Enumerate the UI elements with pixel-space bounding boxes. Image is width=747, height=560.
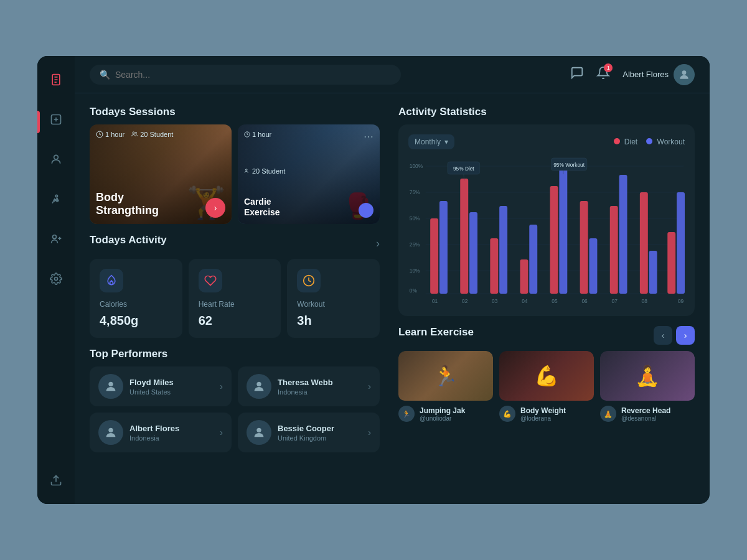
session-card-overlay: 1 hour 20 Student BodyStrangthing bbox=[90, 124, 232, 224]
main-content: 🔍 1 Albert Flores bbox=[75, 56, 710, 504]
sidebar-item-add-user[interactable] bbox=[45, 228, 67, 250]
message-button[interactable] bbox=[570, 66, 584, 83]
exercise-card-reverce[interactable]: 🧘 🧘 Reverce Head @desanonal bbox=[600, 351, 695, 422]
svg-text:04: 04 bbox=[522, 298, 527, 304]
svg-rect-46 bbox=[520, 259, 528, 294]
exercise-card-bodyweight[interactable]: 💪 💪 Body Weight @loderana bbox=[499, 351, 594, 422]
performer-card-albert[interactable]: Albert Flores Indonesia › bbox=[90, 413, 232, 452]
performer-name-theresa: Theresa Webb bbox=[278, 378, 362, 387]
session-dot bbox=[359, 203, 374, 218]
reverce-head-name: Reverce Head bbox=[621, 406, 670, 415]
performer-card-theresa[interactable]: Theresa Webb Indonesia › bbox=[238, 366, 380, 406]
nav-buttons: ‹ › bbox=[654, 326, 695, 345]
filter-chevron-icon bbox=[444, 138, 448, 146]
svg-rect-56 bbox=[619, 175, 627, 294]
svg-text:95% Workout: 95% Workout bbox=[553, 162, 585, 168]
diet-dot bbox=[614, 138, 620, 144]
svg-point-24 bbox=[256, 428, 261, 432]
legend-diet: Diet bbox=[614, 138, 638, 146]
workout-value: 3h bbox=[297, 314, 370, 328]
activity-card-heartrate: Heart Rate 62 bbox=[189, 259, 281, 338]
performer-country-theresa: Indonesia bbox=[278, 388, 362, 396]
svg-rect-54 bbox=[589, 238, 597, 294]
learn-exercise-section: Learn Exercise ‹ › 🏃 🏃 bbox=[398, 326, 695, 422]
session-card-body[interactable]: 1 hour 20 Student BodyStrangthing bbox=[90, 124, 232, 224]
calories-value: 4,850g bbox=[100, 314, 172, 328]
svg-text:0%: 0% bbox=[410, 287, 417, 294]
activity-stats-title: Activity Statistics bbox=[398, 106, 695, 118]
chart-container: Monthly Diet Workout bbox=[398, 124, 695, 316]
svg-rect-59 bbox=[667, 232, 675, 294]
performer-card-floyd[interactable]: Floyd Miles United States › bbox=[90, 366, 232, 406]
reverce-head-info: Reverce Head @desanonal bbox=[621, 406, 670, 422]
session-card-cardio[interactable]: 1 hour ⋯ 20 Student bbox=[238, 124, 380, 224]
sidebar-item-export[interactable] bbox=[45, 469, 67, 492]
svg-rect-44 bbox=[490, 238, 498, 294]
svg-text:50%: 50% bbox=[410, 215, 420, 222]
performer-country-albert: Indonesia bbox=[129, 434, 214, 442]
calories-icon-wrap bbox=[100, 269, 123, 292]
left-panel: Todays Sessions 1 hour bbox=[75, 93, 392, 504]
exercise-card-jumping[interactable]: 🏃 🏃 Jumping Jak @unoliodar bbox=[398, 351, 493, 422]
search-bar[interactable]: 🔍 bbox=[90, 65, 401, 85]
svg-text:02: 02 bbox=[462, 298, 467, 304]
svg-rect-57 bbox=[640, 192, 648, 294]
svg-text:10%: 10% bbox=[410, 268, 420, 274]
activity-card-calories: Calories 4,850g bbox=[90, 259, 182, 338]
activity-card-workout: Workout 3h bbox=[287, 259, 380, 338]
jumping-jak-info: Jumping Jak @unoliodar bbox=[420, 406, 465, 422]
body-weight-image: 💪 bbox=[499, 351, 594, 401]
header: 🔍 1 Albert Flores bbox=[75, 56, 710, 93]
notification-button[interactable]: 1 bbox=[596, 66, 610, 83]
svg-rect-37 bbox=[430, 218, 438, 294]
reverce-head-image: 🧘 bbox=[600, 351, 695, 401]
body-weight-name: Body Weight bbox=[520, 406, 566, 415]
svg-text:95% Diet: 95% Diet bbox=[453, 166, 474, 172]
performer-arrow-bessie[interactable]: › bbox=[368, 427, 371, 437]
sidebar-item-activity[interactable] bbox=[45, 188, 67, 210]
svg-text:03: 03 bbox=[492, 298, 497, 304]
next-exercise-btn[interactable]: › bbox=[676, 326, 695, 345]
performer-card-bessie[interactable]: Bessie Cooper United Kingdom › bbox=[238, 413, 380, 452]
performer-avatar-bessie bbox=[247, 420, 271, 445]
legend-workout: Workout bbox=[646, 138, 685, 146]
sidebar-item-profile[interactable] bbox=[45, 148, 67, 170]
body-weight-handle: @loderana bbox=[520, 415, 566, 422]
svg-rect-53 bbox=[580, 201, 588, 294]
session-more-btn[interactable]: ⋯ bbox=[364, 131, 374, 142]
search-input[interactable] bbox=[115, 70, 391, 80]
svg-point-23 bbox=[108, 428, 113, 432]
svg-rect-58 bbox=[649, 251, 657, 294]
session-card-cardio-overlay: 1 hour ⋯ 20 Student bbox=[238, 124, 380, 224]
svg-rect-48 bbox=[550, 186, 558, 294]
sidebar-item-report[interactable] bbox=[45, 68, 67, 91]
prev-exercise-btn[interactable]: ‹ bbox=[654, 326, 672, 345]
svg-point-12 bbox=[55, 278, 58, 281]
performer-name-bessie: Bessie Cooper bbox=[278, 424, 362, 433]
performer-name-albert: Albert Flores bbox=[129, 424, 214, 433]
user-avatar bbox=[674, 64, 695, 85]
chart-filter-btn[interactable]: Monthly bbox=[408, 134, 454, 149]
filter-label: Monthly bbox=[415, 138, 441, 146]
performer-arrow-floyd[interactable]: › bbox=[220, 381, 223, 391]
performer-arrow-albert[interactable]: › bbox=[220, 427, 223, 437]
heartrate-value: 62 bbox=[199, 314, 271, 328]
top-performers-title: Top Performers bbox=[90, 348, 380, 360]
heartrate-icon-wrap bbox=[199, 269, 222, 292]
workout-label: Workout bbox=[297, 300, 370, 309]
performer-arrow-theresa[interactable]: › bbox=[368, 381, 371, 391]
sidebar-item-add[interactable] bbox=[45, 108, 67, 131]
reverce-head-handle: @desanonal bbox=[621, 415, 670, 422]
activity-more-btn[interactable]: › bbox=[376, 237, 380, 250]
session-arrow-btn[interactable]: › bbox=[205, 198, 225, 218]
performer-info-albert: Albert Flores Indonesia bbox=[129, 424, 214, 442]
todays-sessions-title: Todays Sessions bbox=[90, 106, 380, 118]
activity-stats-section: Activity Statistics Monthly Diet bbox=[398, 106, 695, 316]
learn-exercise-title: Learn Exercise bbox=[398, 326, 474, 338]
session-duration: 1 hour bbox=[96, 131, 125, 138]
body-weight-avatar: 💪 bbox=[499, 406, 515, 422]
svg-text:08: 08 bbox=[642, 298, 647, 304]
reverce-head-avatar: 🧘 bbox=[600, 406, 616, 422]
sidebar-item-settings[interactable] bbox=[45, 268, 67, 290]
workout-dot bbox=[646, 138, 652, 144]
